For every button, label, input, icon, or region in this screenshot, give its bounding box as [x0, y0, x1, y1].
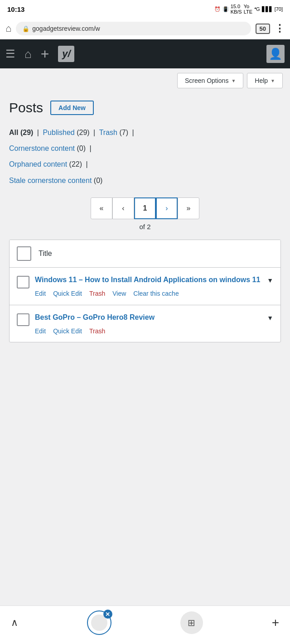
tab-count[interactable]: 50	[256, 24, 270, 34]
back-button[interactable]: ∧	[11, 617, 18, 629]
posts-table: Title Windows 11 – How to Install Androi…	[9, 240, 281, 342]
screen-options-label: Screen Options	[185, 77, 229, 84]
post-edit-link[interactable]: Edit	[35, 290, 46, 297]
filter-stale[interactable]: Stale cornerstone content	[9, 177, 94, 184]
sep3: |	[132, 129, 134, 136]
post-title-link[interactable]: Best GoPro – GoPro Hero8 Review	[35, 312, 155, 322]
filter-trash[interactable]: Trash	[99, 129, 120, 136]
lock-icon: 🔒	[22, 25, 29, 32]
post-row-header: Best GoPro – GoPro Hero8 Review ▼ Edit Q…	[17, 312, 273, 334]
nav-share-button[interactable]: ⊞	[180, 611, 203, 634]
screen-options-button[interactable]: Screen Options ▼	[177, 73, 243, 88]
yoast-icon[interactable]: y/	[58, 46, 74, 62]
post-info: Windows 11 – How to Install Android Appl…	[35, 275, 273, 298]
sep4: |	[89, 144, 91, 152]
pagination-of-text: of 2	[9, 223, 281, 231]
help-arrow-icon: ▼	[271, 78, 275, 83]
post-edit-link[interactable]: Edit	[35, 327, 46, 335]
filter-cornerstone[interactable]: Cornerstone content	[9, 144, 77, 152]
post-actions: Edit Quick Edit Trash	[35, 327, 273, 335]
status-icons: ⏰ 📳 15.0KB/S YoLTE ⁴G ▋▋▋ [70]	[214, 4, 283, 14]
filter-published[interactable]: Published	[43, 129, 77, 136]
post-checkbox[interactable]	[17, 276, 29, 288]
status-bar: 10:13 ⏰ 📳 15.0KB/S YoLTE ⁴G ▋▋▋ [70]	[0, 0, 290, 18]
user-avatar[interactable]: 👤	[266, 45, 285, 63]
wp-home-icon[interactable]: ⌂	[24, 47, 32, 61]
browser-home-icon[interactable]: ⌂	[5, 23, 11, 34]
nav-plus-button[interactable]: +	[272, 615, 279, 630]
bottom-nav: ∧ ✕ ⊞ +	[0, 606, 290, 644]
post-trash-link[interactable]: Trash	[89, 327, 105, 335]
pagination: « ‹ 1 › »	[9, 197, 281, 219]
filter-all[interactable]: All (29)	[9, 129, 35, 136]
table-header: Title	[10, 240, 280, 268]
filter-orphaned[interactable]: Orphaned content	[9, 160, 69, 168]
signal-4g-icon: ⁴G	[254, 6, 260, 12]
title-column-header: Title	[39, 250, 52, 258]
more-options-icon[interactable]: ⋮	[275, 23, 285, 34]
address-bar[interactable]: 🔒 gogadgetsreview.com/w	[16, 22, 251, 35]
data-icon: YoLTE	[244, 4, 252, 14]
user-profile-icon: 👤	[269, 48, 282, 60]
sep5: |	[86, 160, 87, 168]
speed-text: 15.0KB/S	[231, 4, 242, 14]
menu-icon[interactable]: ☰	[5, 48, 15, 60]
wp-admin-bar: ☰ ⌂ + y/ 👤	[0, 39, 290, 68]
post-row-header: Windows 11 – How to Install Android Appl…	[17, 275, 273, 298]
screen-options-arrow-icon: ▼	[231, 78, 236, 83]
yoast-logo: y/	[62, 48, 70, 60]
sep2: |	[93, 129, 97, 136]
battery-icon: [70]	[275, 6, 283, 12]
post-quick-edit-link[interactable]: Quick Edit	[53, 327, 82, 335]
post-cache-link[interactable]: Clear this cache	[133, 290, 179, 297]
share-icon: ⊞	[188, 617, 195, 628]
wp-add-icon[interactable]: +	[41, 46, 49, 62]
alarm-icon: ⏰	[214, 6, 221, 12]
browser-bar: ⌂ 🔒 gogadgetsreview.com/w 50 ⋮	[0, 18, 290, 39]
add-new-button[interactable]: Add New	[50, 101, 94, 115]
wp-bar-left: ☰ ⌂ + y/	[5, 46, 74, 62]
vibrate-icon: 📳	[222, 6, 229, 12]
post-checkbox[interactable]	[17, 313, 29, 326]
current-page-button[interactable]: 1	[134, 197, 156, 219]
nav-close-badge-icon: ✕	[103, 610, 112, 619]
posts-header: Posts Add New	[9, 100, 281, 115]
table-row: Best GoPro – GoPro Hero8 Review ▼ Edit Q…	[10, 305, 280, 341]
select-all-checkbox[interactable]	[17, 246, 31, 261]
post-trash-link[interactable]: Trash	[89, 290, 105, 297]
help-button[interactable]: Help ▼	[247, 73, 283, 88]
prev-page-button[interactable]: ‹	[112, 197, 134, 219]
first-page-button[interactable]: «	[91, 197, 112, 219]
signal-bars-icon: ▋▋▋	[262, 6, 273, 12]
next-page-button[interactable]: ›	[156, 197, 178, 219]
post-chevron-icon[interactable]: ▼	[267, 277, 273, 284]
status-time: 10:13	[7, 5, 24, 13]
address-text: gogadgetsreview.com/w	[32, 25, 100, 32]
main-content: Posts Add New All (29) | Published (29) …	[0, 93, 290, 350]
post-title-row: Windows 11 – How to Install Android Appl…	[35, 275, 273, 285]
help-label: Help	[255, 77, 268, 84]
screen-options-bar: Screen Options ▼ Help ▼	[0, 68, 290, 93]
post-quick-edit-link[interactable]: Quick Edit	[53, 290, 82, 297]
post-info: Best GoPro – GoPro Hero8 Review ▼ Edit Q…	[35, 312, 273, 334]
table-row: Windows 11 – How to Install Android Appl…	[10, 268, 280, 305]
sep1: |	[37, 129, 41, 136]
post-chevron-icon[interactable]: ▼	[267, 314, 273, 322]
post-actions: Edit Quick Edit Trash View Clear this ca…	[35, 289, 273, 298]
post-title-row: Best GoPro – GoPro Hero8 Review ▼	[35, 312, 273, 322]
post-view-link[interactable]: View	[112, 290, 126, 297]
filter-links: All (29) | Published (29) | Trash (7) | …	[9, 125, 281, 188]
last-page-button[interactable]: »	[178, 197, 199, 219]
post-title-link[interactable]: Windows 11 – How to Install Android Appl…	[35, 275, 260, 285]
nav-circle-button[interactable]: ✕	[87, 610, 111, 635]
page-title: Posts	[9, 100, 43, 115]
